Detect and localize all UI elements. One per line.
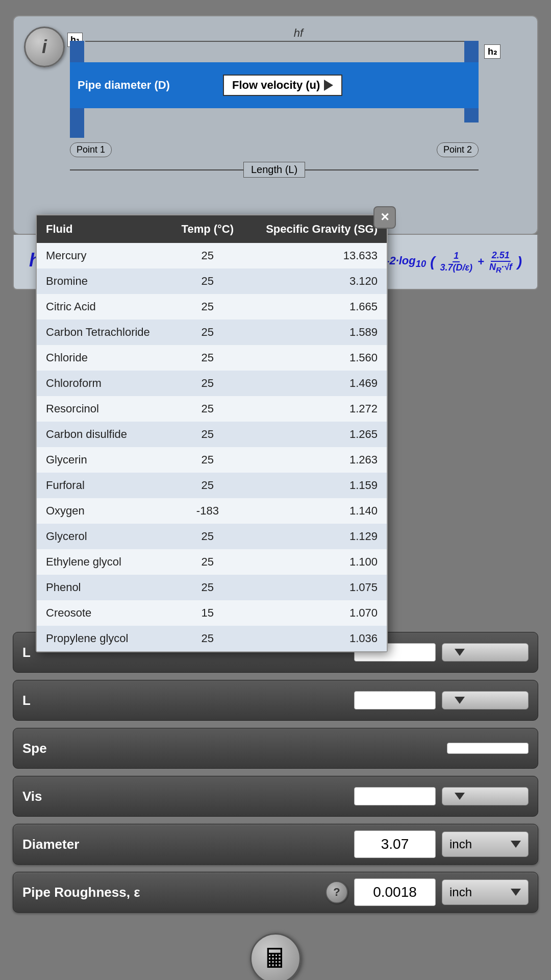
pipe-diagram: hf h₂ Pipe diameter (D) Flow velocity xyxy=(70,27,527,193)
diameter-input[interactable] xyxy=(354,830,436,858)
input-label-vis: Vis xyxy=(22,789,42,804)
fluid-table-modal: ✕ Fluid Temp (°C) Specific Gravity (SG) … xyxy=(36,214,388,652)
hf-label: hf xyxy=(294,27,303,40)
input-row-L2: L xyxy=(13,680,538,721)
sg-cell: 1.560 xyxy=(246,345,387,371)
chevron-down-icon-vis xyxy=(455,793,465,800)
arrow-icon xyxy=(324,80,333,91)
sg-cell: 1.070 xyxy=(246,600,387,626)
fluid-cell: Furforal xyxy=(37,473,169,498)
unit-dropdown-L1[interactable] xyxy=(442,643,529,662)
input-row-roughness: Pipe Roughness, ε ? inch xyxy=(13,872,538,913)
fluid-cell: Glycerin xyxy=(37,447,169,473)
unit-dropdown-vis[interactable] xyxy=(442,787,529,805)
table-row[interactable]: Phenol251.075 xyxy=(37,575,387,600)
calculator-button-container: 🖩 xyxy=(0,933,551,980)
sg-cell: 1.272 xyxy=(246,396,387,422)
sg-cell: 1.665 xyxy=(246,294,387,320)
fluid-cell: Glycerol xyxy=(37,524,169,549)
temp-cell: 15 xyxy=(169,600,246,626)
roughness-help-button[interactable]: ? xyxy=(325,881,348,903)
calculate-button[interactable]: 🖩 xyxy=(250,933,301,980)
temp-cell: 25 xyxy=(169,345,246,371)
sg-cell: 1.589 xyxy=(246,320,387,345)
fluid-cell: Phenol xyxy=(37,575,169,600)
table-header-row: Fluid Temp (°C) Specific Gravity (SG) xyxy=(37,215,387,243)
roughness-unit-label: inch xyxy=(449,885,472,899)
table-row[interactable]: Glycerol251.129 xyxy=(37,524,387,549)
modal-close-button[interactable]: ✕ xyxy=(373,206,396,229)
info-button[interactable]: i xyxy=(24,27,65,67)
col-sg: Specific Gravity (SG) xyxy=(246,215,387,243)
sg-cell: 3.120 xyxy=(246,268,387,294)
input-row-viscosity: Vis xyxy=(13,776,538,817)
roughness-unit-dropdown[interactable]: inch xyxy=(442,879,529,905)
input-label-L1: L xyxy=(22,645,31,660)
table-row[interactable]: Carbon disulfide251.265 xyxy=(37,422,387,447)
sg-cell: 1.129 xyxy=(246,524,387,549)
input-value-L2[interactable] xyxy=(354,691,436,709)
temp-cell: 25 xyxy=(169,422,246,447)
roughness-input[interactable] xyxy=(354,878,436,906)
temp-cell: 25 xyxy=(169,294,246,320)
chevron-down-icon-L2 xyxy=(455,697,465,704)
temp-cell: 25 xyxy=(169,268,246,294)
input-label-L2: L xyxy=(22,693,31,708)
h2-label: h₂ xyxy=(484,44,500,59)
table-row[interactable]: Bromine253.120 xyxy=(37,268,387,294)
temp-cell: -183 xyxy=(169,498,246,524)
pipe-diameter-label: Pipe diameter (D) xyxy=(78,79,170,92)
temp-cell: 25 xyxy=(169,626,246,651)
table-row[interactable]: Creosote151.070 xyxy=(37,600,387,626)
fluid-cell: Mercury xyxy=(37,243,169,268)
fluid-cell: Oxygen xyxy=(37,498,169,524)
temp-cell: 25 xyxy=(169,473,246,498)
sg-cell: 1.469 xyxy=(246,371,387,396)
table-row[interactable]: Furforal251.159 xyxy=(37,473,387,498)
input-value-sg[interactable] xyxy=(447,743,529,754)
chevron-down-icon xyxy=(455,649,465,656)
table-row[interactable]: Carbon Tetrachloride251.589 xyxy=(37,320,387,345)
point1-label: Point 1 xyxy=(70,142,112,157)
table-row[interactable]: Ethylene glycol251.100 xyxy=(37,549,387,575)
sg-cell: 1.075 xyxy=(246,575,387,600)
sg-cell: 13.633 xyxy=(246,243,387,268)
length-dimension: Length (L) xyxy=(70,162,479,178)
table-row[interactable]: Resorcinol251.272 xyxy=(37,396,387,422)
fluid-cell: Resorcinol xyxy=(37,396,169,422)
table-row[interactable]: Chloroform251.469 xyxy=(37,371,387,396)
inputs-area: L L Spe Vis xyxy=(13,622,538,913)
table-row[interactable]: Mercury2513.633 xyxy=(37,243,387,268)
fluid-cell: Chloroform xyxy=(37,371,169,396)
sg-cell: 1.140 xyxy=(246,498,387,524)
temp-cell: 25 xyxy=(169,243,246,268)
fluid-cell: Citric Acid xyxy=(37,294,169,320)
sg-cell: 1.263 xyxy=(246,447,387,473)
temp-cell: 25 xyxy=(169,575,246,600)
diagram-area: i h₁ hf h₂ Pip xyxy=(13,15,538,235)
table-row[interactable]: Glycerin251.263 xyxy=(37,447,387,473)
fluid-cell: Ethylene glycol xyxy=(37,549,169,575)
diameter-dropdown-arrow-icon xyxy=(511,841,521,848)
fluid-cell: Propylene glycol xyxy=(37,626,169,651)
calculator-icon: 🖩 xyxy=(262,943,289,974)
roughness-dropdown-arrow-icon xyxy=(511,889,521,896)
temp-cell: 25 xyxy=(169,396,246,422)
col-temp: Temp (°C) xyxy=(169,215,246,243)
table-row[interactable]: Citric Acid251.665 xyxy=(37,294,387,320)
table-row[interactable]: Propylene glycol251.036 xyxy=(37,626,387,651)
fluid-cell: Chloride xyxy=(37,345,169,371)
point-labels: Point 1 Point 2 xyxy=(70,142,479,157)
diameter-unit-dropdown[interactable]: inch xyxy=(442,831,529,857)
temp-cell: 25 xyxy=(169,549,246,575)
table-row[interactable]: Oxygen-1831.140 xyxy=(37,498,387,524)
sg-cell: 1.265 xyxy=(246,422,387,447)
fluid-table: Fluid Temp (°C) Specific Gravity (SG) Me… xyxy=(37,215,387,651)
table-row[interactable]: Chloride251.560 xyxy=(37,345,387,371)
input-value-vis[interactable] xyxy=(354,787,436,805)
pipe-top-line xyxy=(85,41,476,42)
temp-cell: 25 xyxy=(169,447,246,473)
unit-dropdown-L2[interactable] xyxy=(442,691,529,709)
fluid-cell: Creosote xyxy=(37,600,169,626)
input-label-sg: Spe xyxy=(22,741,47,756)
